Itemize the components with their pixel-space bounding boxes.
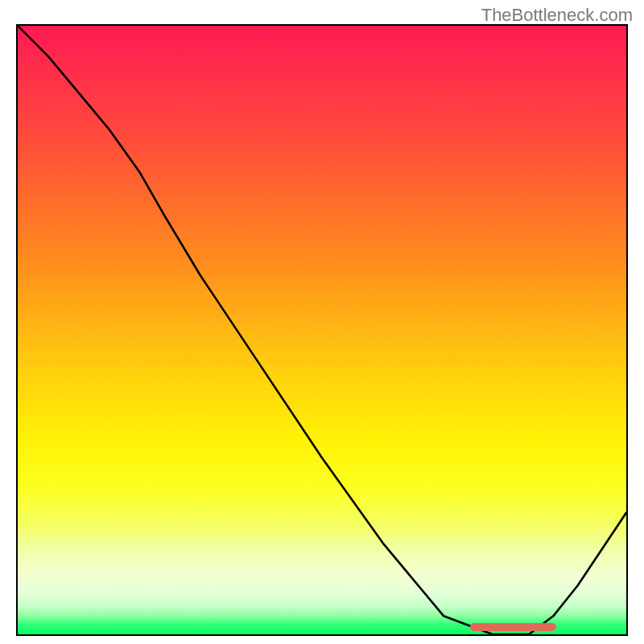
watermark-text: TheBottleneck.com	[481, 5, 633, 26]
optimal-range-segment	[470, 623, 555, 631]
curve-path	[18, 26, 626, 634]
plot-area	[16, 24, 628, 636]
bottleneck-curve	[18, 26, 626, 634]
